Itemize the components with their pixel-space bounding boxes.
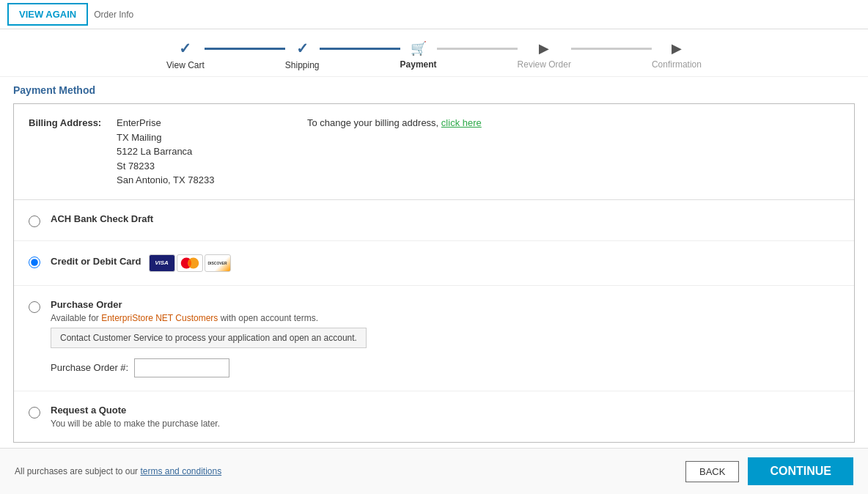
step-payment: 🛒 Payment bbox=[400, 40, 437, 70]
po-desc-prefix: Available for bbox=[51, 313, 101, 323]
credit-content: Credit or Debit Card VISA DISCOVER bbox=[51, 254, 839, 272]
po-label: Purchase Order #: bbox=[51, 362, 128, 373]
ach-title: ACH Bank Check Draft bbox=[51, 213, 839, 224]
po-title: Purchase Order bbox=[51, 299, 839, 310]
ach-option: ACH Bank Check Draft bbox=[14, 200, 854, 241]
review-order-icon: ▶ bbox=[539, 40, 549, 56]
step-shipping-label: Shipping bbox=[285, 60, 320, 70]
po-highlight: EnterpriStore NET Customers bbox=[101, 313, 218, 323]
continue-button[interactable]: CONTINUE bbox=[748, 457, 853, 485]
quote-desc: You will be able to make the purchase la… bbox=[51, 419, 839, 429]
footer-terms: All purchases are subject to our terms a… bbox=[15, 466, 221, 476]
step-review-order-label: Review Order bbox=[518, 59, 571, 70]
terms-link[interactable]: terms and conditions bbox=[140, 466, 221, 476]
credit-radio[interactable] bbox=[29, 257, 40, 268]
contact-box: Contact Customer Service to process your… bbox=[51, 328, 367, 348]
view-again-button[interactable]: VIEW AGAIN bbox=[7, 3, 88, 26]
footer-actions: BACK CONTINUE bbox=[685, 457, 853, 485]
main-content: Payment Method Billing Address: EnterPri… bbox=[0, 77, 868, 450]
view-cart-icon: ✓ bbox=[179, 40, 191, 57]
po-option: Purchase Order Available for EnterpriSto… bbox=[14, 286, 854, 391]
step-review-order: ▶ Review Order bbox=[518, 40, 571, 70]
click-here-link[interactable]: click here bbox=[441, 117, 482, 128]
step-confirmation: ▶ Confirmation bbox=[652, 40, 702, 70]
terms-prefix: All purchases are subject to our bbox=[15, 466, 138, 476]
connector-3 bbox=[437, 48, 518, 50]
po-input[interactable] bbox=[134, 358, 229, 377]
section-title: Payment Method bbox=[13, 84, 855, 96]
po-desc-suffix: with open account terms. bbox=[218, 313, 318, 323]
discover-logo: DISCOVER bbox=[205, 254, 231, 272]
change-text: To change your billing address, bbox=[307, 117, 438, 128]
connector-4 bbox=[571, 48, 652, 50]
visa-logo: VISA bbox=[149, 254, 175, 272]
po-radio[interactable] bbox=[29, 301, 40, 313]
mastercard-logo bbox=[177, 254, 203, 272]
top-bar: VIEW AGAIN Order Info bbox=[0, 0, 868, 29]
step-view-cart: ✓ View Cart bbox=[166, 40, 205, 70]
shipping-icon: ✓ bbox=[296, 40, 309, 57]
discover-text: DISCOVER bbox=[207, 261, 227, 265]
card-logos: VISA DISCOVER bbox=[149, 254, 231, 272]
billing-address-row: Billing Address: EnterPrise TX Mailing 5… bbox=[14, 104, 854, 200]
connector-1 bbox=[205, 48, 285, 50]
payment-icon: 🛒 bbox=[411, 40, 427, 56]
address-line2: TX Mailing bbox=[117, 130, 263, 145]
billing-address: EnterPrise TX Mailing 5122 La Barranca S… bbox=[117, 116, 263, 188]
quote-content: Request a Quote You will be able to make… bbox=[51, 405, 839, 429]
address-line3: 5122 La Barranca bbox=[117, 144, 263, 159]
step-shipping: ✓ Shipping bbox=[285, 40, 320, 70]
credit-option: Credit or Debit Card VISA DISCOVER bbox=[14, 241, 854, 286]
quote-radio[interactable] bbox=[29, 407, 40, 419]
quote-title: Request a Quote bbox=[51, 405, 839, 416]
address-line5: San Antonio, TX 78233 bbox=[117, 173, 263, 188]
ach-radio[interactable] bbox=[29, 215, 40, 227]
po-content: Purchase Order Available for EnterpriSto… bbox=[51, 299, 839, 377]
address-line4: St 78233 bbox=[117, 159, 263, 174]
footer: All purchases are subject to our terms a… bbox=[0, 448, 868, 494]
billing-label: Billing Address: bbox=[29, 116, 117, 128]
confirmation-icon: ▶ bbox=[672, 40, 682, 56]
credit-title-row: Credit or Debit Card VISA DISCOVER bbox=[51, 254, 839, 272]
step-confirmation-label: Confirmation bbox=[652, 59, 702, 70]
address-line1: EnterPrise bbox=[117, 116, 263, 130]
credit-title: Credit or Debit Card bbox=[51, 256, 141, 267]
po-desc: Available for EnterpriStore NET Customer… bbox=[51, 313, 839, 323]
payment-card: Billing Address: EnterPrise TX Mailing 5… bbox=[13, 103, 855, 443]
billing-change: To change your billing address, click he… bbox=[307, 116, 482, 128]
step-view-cart-label: View Cart bbox=[166, 60, 205, 70]
back-button[interactable]: BACK bbox=[685, 461, 739, 482]
quote-option: Request a Quote You will be able to make… bbox=[14, 391, 854, 442]
order-info-link[interactable]: Order Info bbox=[94, 10, 133, 20]
ach-content: ACH Bank Check Draft bbox=[51, 213, 839, 227]
connector-2 bbox=[320, 48, 400, 50]
step-payment-label: Payment bbox=[400, 59, 437, 70]
mastercard-svg bbox=[177, 254, 202, 272]
progress-bar: ✓ View Cart ✓ Shipping 🛒 Payment ▶ Revie… bbox=[0, 29, 868, 77]
po-number-row: Purchase Order #: bbox=[51, 358, 839, 377]
